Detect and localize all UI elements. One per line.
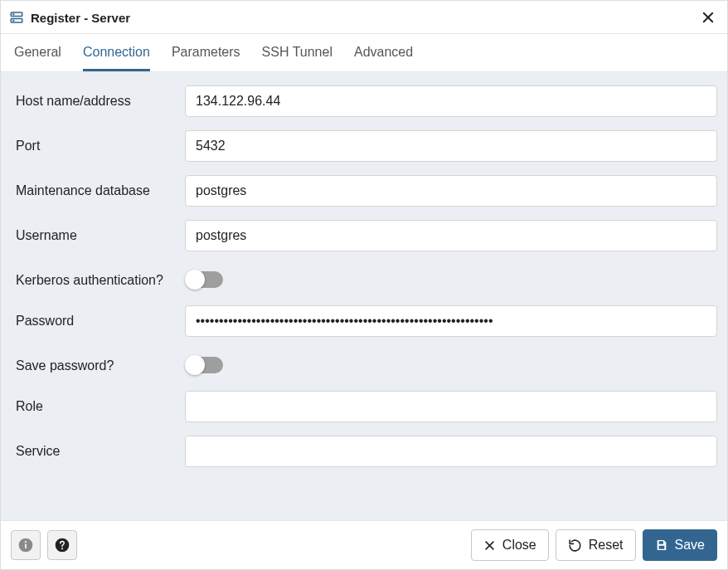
label-role: Role <box>11 391 185 416</box>
tab-connection[interactable]: Connection <box>83 34 150 71</box>
row-save-password: Save password? <box>11 343 717 384</box>
tab-ssh-tunnel[interactable]: SSH Tunnel <box>262 34 332 71</box>
host-input[interactable] <box>185 85 717 117</box>
reset-icon <box>568 538 582 553</box>
help-icon <box>54 537 70 553</box>
info-icon <box>17 537 34 553</box>
label-maintenance-db: Maintenance database <box>11 175 185 200</box>
reset-button[interactable]: Reset <box>556 529 636 561</box>
tab-parameters[interactable]: Parameters <box>172 34 240 71</box>
label-host: Host name/address <box>11 85 185 110</box>
tabs: General Connection Parameters SSH Tunnel… <box>1 34 727 72</box>
close-button[interactable]: Close <box>471 529 549 561</box>
label-save-password: Save password? <box>11 350 185 375</box>
port-input[interactable] <box>185 130 717 162</box>
row-service: Service <box>11 429 717 474</box>
save-icon <box>655 538 668 552</box>
info-button[interactable] <box>11 530 41 560</box>
titlebar: Register - Server <box>1 1 727 34</box>
maintenance-db-input[interactable] <box>185 175 717 207</box>
dialog-title: Register - Server <box>31 11 130 25</box>
row-port: Port <box>11 124 717 168</box>
form-body: Host name/address Port Maintenance datab… <box>1 72 727 520</box>
row-host: Host name/address <box>11 79 717 124</box>
toggle-thumb <box>185 355 205 375</box>
row-maintenance-db: Maintenance database <box>11 168 717 213</box>
svg-point-8 <box>25 541 27 543</box>
tab-general[interactable]: General <box>14 34 61 71</box>
close-icon <box>701 10 716 25</box>
server-icon <box>9 10 24 25</box>
register-server-dialog: Register - Server General Connection Par… <box>0 0 728 570</box>
label-username: Username <box>11 220 185 245</box>
save-button[interactable]: Save <box>643 529 717 561</box>
kerberos-toggle[interactable] <box>185 270 225 290</box>
reset-button-label: Reset <box>589 538 624 553</box>
label-port: Port <box>11 130 185 155</box>
help-button[interactable] <box>47 530 77 560</box>
svg-point-2 <box>13 14 14 15</box>
label-password: Password <box>11 305 185 330</box>
row-role: Role <box>11 384 717 429</box>
footer: Close Reset Save <box>1 520 727 569</box>
row-password: Password <box>11 299 717 343</box>
dialog-close-button[interactable] <box>697 7 719 28</box>
label-service: Service <box>11 436 185 460</box>
toggle-thumb <box>185 270 205 290</box>
save-password-toggle[interactable] <box>185 355 225 375</box>
role-input[interactable] <box>185 391 717 422</box>
svg-point-3 <box>13 20 14 21</box>
svg-point-10 <box>61 548 63 549</box>
username-input[interactable] <box>185 220 717 251</box>
save-button-label: Save <box>675 538 705 553</box>
close-button-label: Close <box>502 538 536 553</box>
label-kerberos: Kerberos authentication? <box>11 265 185 290</box>
password-input[interactable] <box>185 305 717 337</box>
row-kerberos: Kerberos authentication? <box>11 258 717 299</box>
tab-advanced[interactable]: Advanced <box>354 34 413 71</box>
close-icon <box>483 539 496 552</box>
service-input[interactable] <box>185 436 717 467</box>
row-username: Username <box>11 213 717 258</box>
svg-rect-7 <box>25 543 27 548</box>
